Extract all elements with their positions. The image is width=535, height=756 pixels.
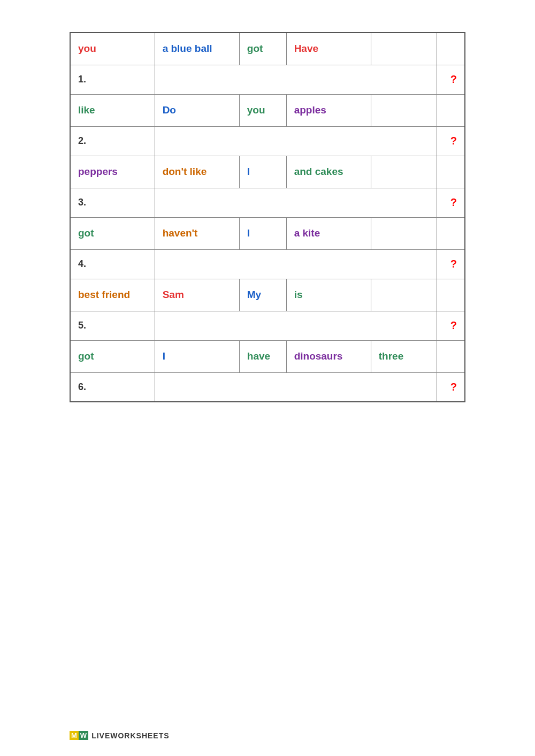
brand-logo: M W xyxy=(70,731,88,740)
word-cell xyxy=(371,156,437,188)
word-cell: a kite xyxy=(286,217,371,249)
word-cell: you xyxy=(239,94,286,126)
word-cell: a blue ball xyxy=(155,33,239,65)
question-mark: ? xyxy=(437,372,465,402)
word-row: peppersdon't likeIand cakes xyxy=(70,156,465,188)
answer-space[interactable] xyxy=(155,65,437,94)
word-row: likeDoyouapples xyxy=(70,94,465,126)
word-row: gothaven'tIa kite xyxy=(70,217,465,249)
word-cell: got xyxy=(70,217,155,249)
word-cell: Do xyxy=(155,94,239,126)
answer-space[interactable] xyxy=(155,249,437,279)
word-cell: I xyxy=(239,156,286,188)
word-cell: My xyxy=(239,279,286,311)
brand-name: LIVEWORKSHEETS xyxy=(91,731,169,740)
question-mark: ? xyxy=(437,126,465,156)
answer-space[interactable] xyxy=(155,126,437,156)
word-cell: best friend xyxy=(70,279,155,311)
word-cell: dinosaurs xyxy=(286,340,371,372)
word-cell: haven't xyxy=(155,217,239,249)
word-row: best friendSamMyis xyxy=(70,279,465,311)
logo-box-yellow: M xyxy=(70,731,79,740)
answer-row: 3.? xyxy=(70,188,465,217)
word-row: gotIhavedinosaursthree xyxy=(70,340,465,372)
word-cell: like xyxy=(70,94,155,126)
word-cell xyxy=(371,94,437,126)
word-cell: I xyxy=(155,340,239,372)
answer-number: 3. xyxy=(70,188,155,217)
word-cell xyxy=(371,217,437,249)
word-cell xyxy=(371,279,437,311)
word-cell xyxy=(371,33,437,65)
answer-space[interactable] xyxy=(155,188,437,217)
answer-number: 2. xyxy=(70,126,155,156)
word-cell: got xyxy=(239,33,286,65)
word-cell: three xyxy=(371,340,437,372)
word-cell: got xyxy=(70,340,155,372)
word-cell: peppers xyxy=(70,156,155,188)
question-mark: ? xyxy=(437,188,465,217)
word-cell: you xyxy=(70,33,155,65)
brand-bar: M W LIVEWORKSHEETS xyxy=(70,731,170,740)
answer-row: 1.? xyxy=(70,65,465,94)
question-mark: ? xyxy=(437,311,465,340)
answer-row: 4.? xyxy=(70,249,465,279)
answer-row: 5.? xyxy=(70,311,465,340)
word-cell: Sam xyxy=(155,279,239,311)
question-mark: ? xyxy=(437,249,465,279)
answer-number: 6. xyxy=(70,372,155,402)
word-cell: don't like xyxy=(155,156,239,188)
word-cell: have xyxy=(239,340,286,372)
answer-number: 5. xyxy=(70,311,155,340)
answer-row: 2.? xyxy=(70,126,465,156)
answer-number: 4. xyxy=(70,249,155,279)
logo-box-green: W xyxy=(79,731,88,740)
answer-space[interactable] xyxy=(155,311,437,340)
word-cell: I xyxy=(239,217,286,249)
word-cell: Have xyxy=(286,33,371,65)
exercise-table: youa blue ballgotHave1.?likeDoyouapples2… xyxy=(70,32,465,402)
answer-space[interactable] xyxy=(155,372,437,402)
word-cell: apples xyxy=(286,94,371,126)
word-cell: and cakes xyxy=(286,156,371,188)
question-mark: ? xyxy=(437,65,465,94)
word-row: youa blue ballgotHave xyxy=(70,33,465,65)
word-cell: is xyxy=(286,279,371,311)
answer-number: 1. xyxy=(70,65,155,94)
answer-row: 6.? xyxy=(70,372,465,402)
